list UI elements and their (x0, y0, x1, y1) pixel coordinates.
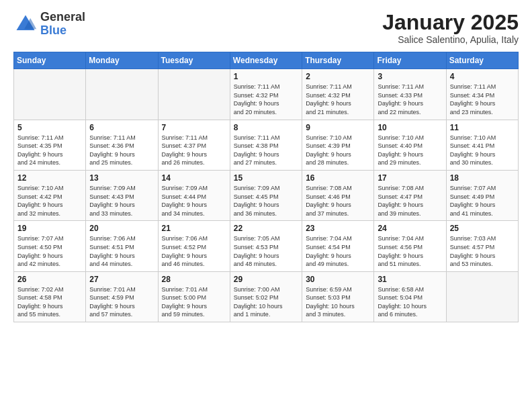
calendar-cell: 31Sunrise: 6:58 AMSunset: 5:04 PMDayligh… (374, 271, 446, 322)
calendar-cell (14, 69, 86, 120)
day-info: Sunrise: 7:11 AMSunset: 4:35 PMDaylight:… (17, 134, 82, 167)
calendar-cell: 3Sunrise: 7:11 AMSunset: 4:33 PMDaylight… (374, 69, 446, 120)
day-info: Sunrise: 7:10 AMSunset: 4:39 PMDaylight:… (306, 134, 370, 167)
day-number: 4 (450, 72, 515, 81)
calendar-header-wednesday: Wednesday (230, 52, 302, 69)
day-info: Sunrise: 7:08 AMSunset: 4:46 PMDaylight:… (306, 184, 370, 218)
calendar-cell: 24Sunrise: 7:04 AMSunset: 4:56 PMDayligh… (374, 221, 446, 271)
calendar-cell: 19Sunrise: 7:07 AMSunset: 4:50 PMDayligh… (14, 221, 86, 271)
calendar-cell: 29Sunrise: 7:00 AMSunset: 5:02 PMDayligh… (230, 271, 302, 322)
day-number: 10 (378, 123, 442, 132)
day-info: Sunrise: 7:03 AMSunset: 4:57 PMDaylight:… (450, 234, 515, 268)
day-number: 30 (306, 275, 370, 284)
day-info: Sunrise: 7:11 AMSunset: 4:36 PMDaylight:… (89, 134, 154, 167)
calendar-week-row: 26Sunrise: 7:02 AMSunset: 4:58 PMDayligh… (14, 271, 519, 322)
calendar-header-saturday: Saturday (446, 52, 518, 69)
calendar-cell: 18Sunrise: 7:07 AMSunset: 4:49 PMDayligh… (446, 170, 518, 220)
day-number: 27 (89, 275, 154, 284)
day-number: 6 (89, 123, 154, 132)
logo-icon (13, 12, 38, 36)
calendar-cell: 26Sunrise: 7:02 AMSunset: 4:58 PMDayligh… (14, 271, 86, 322)
day-info: Sunrise: 7:01 AMSunset: 4:59 PMDaylight:… (89, 285, 154, 319)
day-info: Sunrise: 7:09 AMSunset: 4:44 PMDaylight:… (162, 184, 226, 218)
calendar-cell: 7Sunrise: 7:11 AMSunset: 4:37 PMDaylight… (158, 120, 230, 170)
calendar-header-row: SundayMondayTuesdayWednesdayThursdayFrid… (14, 52, 519, 69)
day-number: 18 (450, 173, 515, 183)
day-info: Sunrise: 7:04 AMSunset: 4:56 PMDaylight:… (378, 234, 442, 268)
day-number: 24 (378, 224, 442, 233)
calendar-cell: 5Sunrise: 7:11 AMSunset: 4:35 PMDaylight… (14, 120, 86, 170)
day-info: Sunrise: 7:11 AMSunset: 4:32 PMDaylight:… (234, 83, 298, 116)
day-info: Sunrise: 7:08 AMSunset: 4:47 PMDaylight:… (378, 184, 442, 218)
day-info: Sunrise: 7:11 AMSunset: 4:38 PMDaylight:… (234, 134, 298, 167)
calendar-header-sunday: Sunday (14, 52, 86, 69)
calendar-cell: 28Sunrise: 7:01 AMSunset: 5:00 PMDayligh… (158, 271, 230, 322)
day-info: Sunrise: 7:11 AMSunset: 4:34 PMDaylight:… (450, 83, 515, 116)
calendar-cell: 30Sunrise: 6:59 AMSunset: 5:03 PMDayligh… (302, 271, 374, 322)
day-number: 11 (450, 123, 515, 132)
day-number: 1 (234, 72, 298, 81)
location-subtitle: Salice Salentino, Apulia, Italy (382, 34, 519, 45)
calendar-week-row: 12Sunrise: 7:10 AMSunset: 4:42 PMDayligh… (14, 170, 519, 220)
day-number: 12 (17, 173, 82, 183)
calendar-cell: 22Sunrise: 7:05 AMSunset: 4:53 PMDayligh… (230, 221, 302, 271)
calendar-cell: 23Sunrise: 7:04 AMSunset: 4:54 PMDayligh… (302, 221, 374, 271)
calendar-cell: 17Sunrise: 7:08 AMSunset: 4:47 PMDayligh… (374, 170, 446, 220)
day-number: 9 (306, 123, 370, 132)
day-number: 2 (306, 72, 370, 81)
day-number: 16 (306, 173, 370, 183)
calendar-cell: 10Sunrise: 7:10 AMSunset: 4:40 PMDayligh… (374, 120, 446, 170)
day-info: Sunrise: 7:06 AMSunset: 4:51 PMDaylight:… (89, 234, 154, 268)
calendar-week-row: 1Sunrise: 7:11 AMSunset: 4:32 PMDaylight… (14, 69, 519, 120)
header: General Blue January 2025 Salice Salenti… (13, 11, 519, 45)
day-info: Sunrise: 7:02 AMSunset: 4:58 PMDaylight:… (17, 285, 82, 319)
logo-text: General Blue (40, 11, 85, 38)
day-info: Sunrise: 7:07 AMSunset: 4:50 PMDaylight:… (17, 234, 82, 268)
calendar-cell: 13Sunrise: 7:09 AMSunset: 4:43 PMDayligh… (86, 170, 158, 220)
calendar-cell: 21Sunrise: 7:06 AMSunset: 4:52 PMDayligh… (158, 221, 230, 271)
day-info: Sunrise: 7:07 AMSunset: 4:49 PMDaylight:… (450, 184, 515, 218)
calendar-cell: 16Sunrise: 7:08 AMSunset: 4:46 PMDayligh… (302, 170, 374, 220)
calendar-week-row: 5Sunrise: 7:11 AMSunset: 4:35 PMDaylight… (14, 120, 519, 170)
day-info: Sunrise: 7:06 AMSunset: 4:52 PMDaylight:… (162, 234, 226, 268)
day-info: Sunrise: 7:11 AMSunset: 4:32 PMDaylight:… (306, 83, 370, 116)
day-number: 8 (234, 123, 298, 132)
day-number: 22 (234, 224, 298, 233)
logo: General Blue (13, 11, 85, 38)
calendar-header-thursday: Thursday (302, 52, 374, 69)
day-number: 3 (378, 72, 442, 81)
day-number: 19 (17, 224, 82, 233)
calendar-cell (86, 69, 158, 120)
day-number: 26 (17, 275, 82, 284)
day-number: 29 (234, 275, 298, 284)
day-info: Sunrise: 7:11 AMSunset: 4:33 PMDaylight:… (378, 83, 442, 116)
calendar-cell: 25Sunrise: 7:03 AMSunset: 4:57 PMDayligh… (446, 221, 518, 271)
day-info: Sunrise: 7:09 AMSunset: 4:45 PMDaylight:… (234, 184, 298, 218)
logo-blue-text: Blue (40, 24, 85, 38)
calendar-cell: 2Sunrise: 7:11 AMSunset: 4:32 PMDaylight… (302, 69, 374, 120)
day-info: Sunrise: 7:10 AMSunset: 4:40 PMDaylight:… (378, 134, 442, 167)
calendar-cell (446, 271, 518, 322)
day-number: 20 (89, 224, 154, 233)
day-number: 7 (162, 123, 226, 132)
day-info: Sunrise: 7:04 AMSunset: 4:54 PMDaylight:… (306, 234, 370, 268)
day-info: Sunrise: 7:09 AMSunset: 4:43 PMDaylight:… (89, 184, 154, 218)
calendar-cell: 12Sunrise: 7:10 AMSunset: 4:42 PMDayligh… (14, 170, 86, 220)
day-number: 14 (162, 173, 226, 183)
day-number: 31 (378, 275, 442, 284)
day-number: 13 (89, 173, 154, 183)
calendar-header-tuesday: Tuesday (158, 52, 230, 69)
calendar-header-friday: Friday (374, 52, 446, 69)
day-number: 5 (17, 123, 82, 132)
day-info: Sunrise: 7:10 AMSunset: 4:41 PMDaylight:… (450, 134, 515, 167)
calendar-table: SundayMondayTuesdayWednesdayThursdayFrid… (13, 52, 519, 322)
calendar-cell (158, 69, 230, 120)
calendar-cell: 9Sunrise: 7:10 AMSunset: 4:39 PMDaylight… (302, 120, 374, 170)
day-info: Sunrise: 7:00 AMSunset: 5:02 PMDaylight:… (234, 285, 298, 319)
calendar-header-monday: Monday (86, 52, 158, 69)
title-block: January 2025 Salice Salentino, Apulia, I… (382, 11, 519, 45)
day-number: 23 (306, 224, 370, 233)
calendar-week-row: 19Sunrise: 7:07 AMSunset: 4:50 PMDayligh… (14, 221, 519, 271)
logo-general-text: General (40, 11, 85, 24)
day-info: Sunrise: 7:05 AMSunset: 4:53 PMDaylight:… (234, 234, 298, 268)
